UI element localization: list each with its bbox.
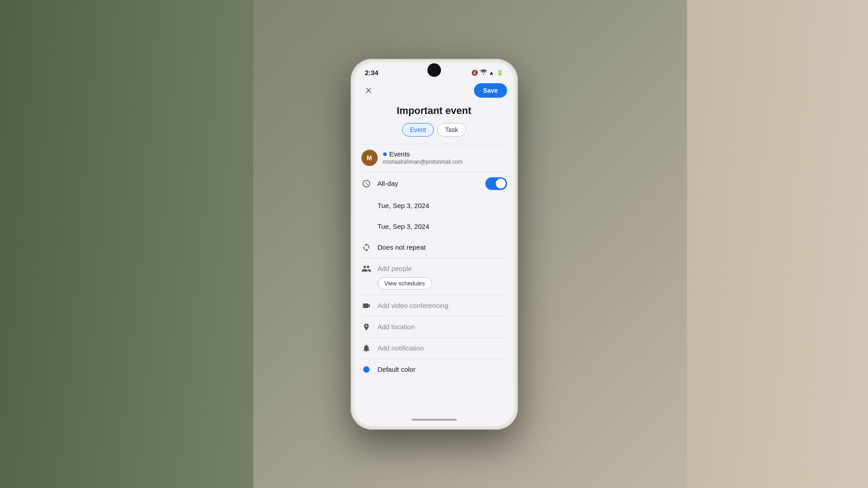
start-date-content: Tue, Sep 3, 2024 bbox=[378, 202, 507, 209]
wifi-icon bbox=[480, 69, 487, 76]
start-date-spacer bbox=[361, 201, 371, 211]
calendar-email: mishaalrahman@protonmail.com bbox=[383, 159, 507, 165]
home-indicator bbox=[412, 419, 457, 421]
event-type-button[interactable]: Event bbox=[402, 123, 434, 137]
clock-icon bbox=[361, 179, 371, 189]
event-title[interactable]: Important event bbox=[354, 103, 514, 123]
end-date-spacer bbox=[361, 222, 371, 232]
mute-icon: 🔇 bbox=[471, 70, 478, 76]
calendar-info: Events mishaalrahman@protonmail.com bbox=[383, 150, 507, 165]
all-day-content: All-day bbox=[378, 180, 479, 187]
notification-row[interactable]: Add notification bbox=[354, 338, 514, 359]
video-icon bbox=[361, 301, 371, 311]
end-date-label: Tue, Sep 3, 2024 bbox=[378, 223, 507, 230]
all-day-row[interactable]: All-day bbox=[354, 172, 514, 195]
default-color-row[interactable]: Default color bbox=[354, 359, 514, 380]
calendar-row[interactable]: M Events mishaalrahman@protonmail.com bbox=[354, 144, 514, 171]
repeat-content: Does not repeat bbox=[378, 243, 507, 251]
repeat-row[interactable]: Does not repeat bbox=[354, 237, 514, 258]
close-button[interactable] bbox=[361, 83, 376, 98]
notification-icon bbox=[361, 343, 371, 353]
calendar-color-dot bbox=[383, 152, 387, 156]
location-label: Add location bbox=[378, 323, 507, 331]
video-label: Add video conferencing bbox=[378, 302, 507, 309]
location-icon bbox=[361, 322, 371, 332]
add-people-row[interactable]: Add people bbox=[361, 264, 507, 274]
start-date-label: Tue, Sep 3, 2024 bbox=[378, 202, 507, 209]
all-day-toggle[interactable] bbox=[485, 177, 507, 190]
bg-right-android bbox=[687, 0, 868, 488]
status-time: 2:34 bbox=[365, 69, 379, 76]
task-type-button[interactable]: Task bbox=[437, 123, 466, 137]
notification-content: Add notification bbox=[378, 344, 507, 352]
phone-screen: 2:34 🔇 ▲ 🔋 bbox=[354, 62, 514, 426]
default-color-dot bbox=[363, 366, 370, 373]
all-day-label: All-day bbox=[378, 180, 479, 187]
camera-notch bbox=[427, 63, 441, 77]
add-people-section: Add people View schedules bbox=[354, 258, 514, 295]
signal-icon: ▲ bbox=[489, 70, 494, 76]
repeat-label: Does not repeat bbox=[378, 243, 507, 251]
phone-frame: 2:34 🔇 ▲ 🔋 bbox=[351, 59, 518, 430]
save-button[interactable]: Save bbox=[474, 83, 507, 98]
app-content: Save Important event Event Task M Events bbox=[354, 80, 514, 426]
color-circle-icon bbox=[361, 365, 371, 374]
color-content: Default color bbox=[378, 365, 507, 373]
add-people-label: Add people bbox=[378, 265, 507, 272]
add-people-content: Add people bbox=[378, 265, 507, 272]
end-date-content: Tue, Sep 3, 2024 bbox=[378, 223, 507, 230]
avatar: M bbox=[361, 150, 378, 166]
calendar-name: Events bbox=[383, 150, 507, 158]
location-row[interactable]: Add location bbox=[354, 317, 514, 337]
location-content: Add location bbox=[378, 323, 507, 331]
notification-label: Add notification bbox=[378, 344, 507, 352]
color-label: Default color bbox=[378, 365, 507, 373]
toggle-knob bbox=[496, 179, 506, 189]
video-conferencing-row[interactable]: Add video conferencing bbox=[354, 295, 514, 316]
bg-left-android bbox=[0, 0, 253, 488]
repeat-icon bbox=[361, 242, 371, 252]
battery-icon: 🔋 bbox=[497, 70, 503, 76]
view-schedules-button[interactable]: View schedules bbox=[378, 277, 432, 289]
video-content: Add video conferencing bbox=[378, 302, 507, 309]
start-date-row[interactable]: Tue, Sep 3, 2024 bbox=[354, 195, 514, 216]
status-icons: 🔇 ▲ 🔋 bbox=[471, 69, 503, 76]
type-selector: Event Task bbox=[354, 123, 514, 144]
top-bar: Save bbox=[354, 80, 514, 103]
end-date-row[interactable]: Tue, Sep 3, 2024 bbox=[354, 216, 514, 237]
people-icon bbox=[361, 264, 371, 274]
